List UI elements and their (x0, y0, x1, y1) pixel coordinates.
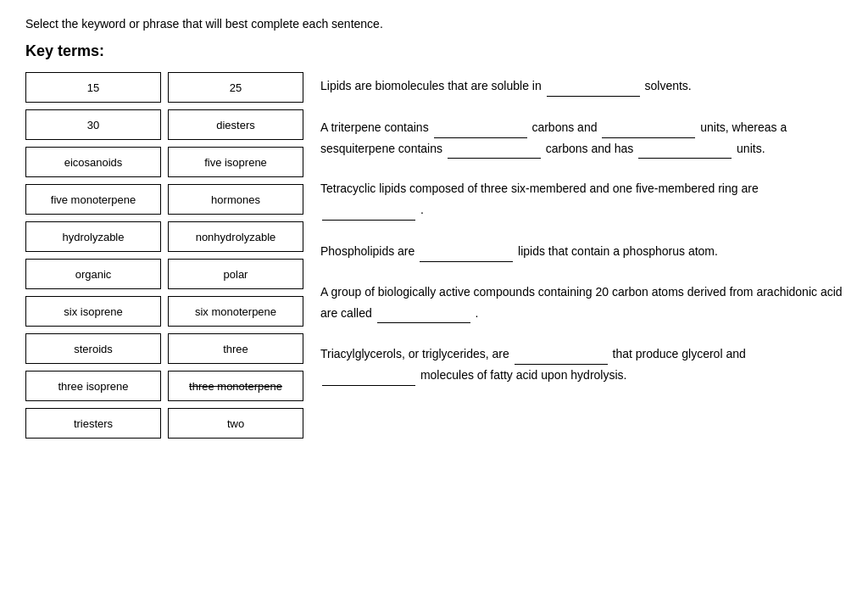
term-box-t13[interactable]: six isoprene (25, 296, 161, 327)
sentence-4: Phospholipids are lipids that contain a … (320, 241, 843, 262)
term-box-t15[interactable]: steroids (25, 333, 161, 364)
blank-2-1 (434, 117, 527, 138)
term-box-t19[interactable]: triesters (25, 408, 161, 439)
term-box-t11[interactable]: organic (25, 259, 161, 289)
blank-1-1 (547, 75, 640, 97)
term-box-t8[interactable]: hormones (168, 184, 303, 215)
sentence-5: A group of biologically active compounds… (320, 282, 843, 324)
sentence-2: A triterpene contains carbons and units,… (320, 117, 843, 159)
blank-2-2 (602, 117, 695, 138)
sentences-panel: Lipids are biomolecules that are soluble… (320, 72, 843, 386)
blank-4-1 (420, 241, 513, 262)
term-box-t17[interactable]: three isoprene (25, 371, 161, 401)
term-box-t16[interactable]: three (168, 333, 303, 364)
term-box-t20[interactable]: two (168, 408, 303, 439)
instructions-text: Select the keyword or phrase that will b… (25, 17, 843, 31)
term-box-t4[interactable]: diesters (168, 109, 303, 140)
term-box-t12[interactable]: polar (168, 259, 303, 289)
term-box-t7[interactable]: five monoterpene (25, 184, 161, 215)
term-box-t1[interactable]: 15 (25, 72, 161, 103)
term-box-t10[interactable]: nonhydrolyzable (168, 221, 303, 252)
term-box-t3[interactable]: 30 (25, 109, 161, 140)
key-terms-grid: 152530diesterseicosanoidsfive isoprenefi… (25, 72, 303, 439)
blank-3-1 (322, 199, 415, 221)
term-box-t5[interactable]: eicosanoids (25, 147, 161, 177)
sentence-1: Lipids are biomolecules that are soluble… (320, 75, 843, 97)
blank-5-1 (377, 303, 470, 324)
blank-6-1 (515, 344, 608, 365)
blank-2-3 (448, 138, 541, 159)
sentence-6: Triacylglycerols, or triglycerides, are … (320, 344, 843, 386)
term-box-t9[interactable]: hydrolyzable (25, 221, 161, 252)
blank-2-4 (638, 138, 732, 159)
blank-6-2 (322, 365, 415, 386)
term-box-t6[interactable]: five isoprene (168, 147, 303, 177)
term-box-t18[interactable]: three monoterpene (168, 371, 303, 401)
term-box-t2[interactable]: 25 (168, 72, 303, 103)
main-layout: 152530diesterseicosanoidsfive isoprenefi… (25, 72, 843, 439)
sentence-3: Tetracyclic lipids composed of three six… (320, 179, 843, 221)
term-box-t14[interactable]: six monoterpene (168, 296, 303, 327)
key-terms-label: Key terms: (25, 42, 843, 60)
